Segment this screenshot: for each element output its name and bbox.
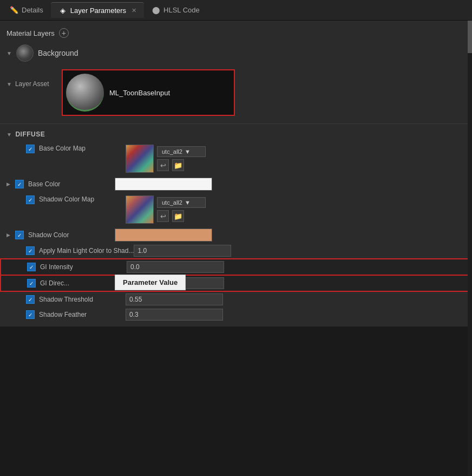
diffuse-header: ▼ DIFFUSE — [0, 127, 472, 141]
apply-main-light-controls: 1.0 — [134, 245, 466, 257]
pencil-icon: ✏️ — [10, 6, 18, 15]
checkbox-gi-direction[interactable]: ✓ — [27, 279, 36, 288]
base-color-swatch[interactable] — [115, 178, 212, 191]
param-row-base-color: ▶ ✓ Base Color — [0, 176, 472, 192]
shadow-threshold-label: Shadow Threshold — [39, 296, 126, 303]
gi-intensity-controls: 0.0 — [127, 261, 464, 273]
checkbox-shadow-color[interactable]: ✓ — [15, 231, 24, 239]
background-label: Background — [38, 49, 78, 57]
scrollbar[interactable] — [468, 21, 472, 475]
shadow-color-map-icon-row: ↩ 📁 — [157, 210, 206, 222]
param-row-base-color-map: ✓ Base Color Map utc_all2 ▼ ↩ 📁 — [0, 141, 472, 176]
shadow-feather-controls: 0.3 — [126, 309, 466, 321]
checkbox-shadow-color-map[interactable]: ✓ — [26, 195, 35, 204]
checkbox-shadow-feather[interactable]: ✓ — [26, 310, 35, 319]
tab-close-icon[interactable]: ✕ — [132, 7, 136, 14]
asset-name: ML_ToonBaseInput — [109, 89, 170, 97]
base-color-map-tex-controls: utc_all2 ▼ ↩ 📁 — [157, 146, 206, 171]
tab-layer-params-label: Layer Parameters — [70, 6, 126, 15]
parameter-value-tooltip: Parameter Value — [115, 275, 186, 290]
tab-details-label: Details — [22, 6, 43, 14]
main-content: Material Layers + ▼ Background ▼ Layer A… — [0, 21, 472, 327]
checkbox-base-color-map[interactable]: ✓ — [26, 145, 35, 153]
base-color-controls — [115, 178, 466, 191]
shadow-feather-label: Shadow Feather — [39, 311, 126, 318]
scrollbar-thumb[interactable] — [468, 21, 472, 53]
param-row-shadow-color: ▶ ✓ Shadow Color — [0, 227, 472, 243]
base-color-label: Base Color — [28, 180, 115, 188]
asset-box[interactable]: ML_ToonBaseInput — [62, 69, 235, 116]
sphere-icon: ⬤ — [152, 6, 160, 15]
gi-intensity-value[interactable]: 0.0 — [127, 261, 224, 273]
param-row-gi-direction: ✓ GI Direc... 0.5 — [0, 276, 472, 292]
base-color-arrow[interactable]: ▶ — [6, 181, 13, 187]
gi-direction-label: GI Direc... — [40, 279, 127, 287]
material-layers-title: Material Layers — [6, 29, 55, 37]
base-color-map-reset-icon[interactable]: ↩ — [157, 159, 169, 171]
layer-asset-label: ▼ Layer Asset — [6, 69, 55, 88]
tab-hlsl-code[interactable]: ⬤ HLSL Code — [144, 3, 207, 18]
shadow-color-label: Shadow Color — [28, 231, 115, 239]
tab-details[interactable]: ✏️ Details — [2, 3, 51, 18]
add-layer-button[interactable]: + — [59, 28, 69, 38]
shadow-threshold-controls: 0.55 — [126, 294, 466, 305]
shadow-color-arrow[interactable]: ▶ — [6, 232, 13, 238]
shadow-color-map-thumbnail[interactable] — [126, 195, 154, 224]
param-row-shadow-threshold: ✓ Shadow Threshold 0.55 — [0, 292, 472, 307]
checkbox-apply-main-light[interactable]: ✓ — [26, 246, 35, 255]
param-row-gi-intensity: ✓ GI Intensity 0.0 Parameter Value — [0, 258, 472, 276]
collapse-icon[interactable]: ▼ — [6, 50, 12, 56]
gi-intensity-label: GI Intensity — [40, 263, 127, 271]
apply-main-light-label: Apply Main Light Color to Shad... — [39, 247, 134, 255]
checkbox-gi-intensity[interactable]: ✓ — [27, 263, 36, 271]
apply-main-light-value[interactable]: 1.0 — [134, 245, 231, 257]
shadow-color-swatch[interactable] — [115, 229, 212, 242]
checkbox-base-color[interactable]: ✓ — [15, 180, 24, 188]
shadow-color-map-dropdown[interactable]: utc_all2 ▼ — [157, 197, 206, 208]
shadow-feather-value[interactable]: 0.3 — [126, 309, 223, 321]
divider-1 — [0, 123, 472, 124]
shadow-color-map-label: Shadow Color Map — [39, 195, 126, 203]
base-color-map-folder-icon[interactable]: 📁 — [172, 159, 184, 171]
shadow-color-controls — [115, 229, 466, 242]
layer-asset-collapse-icon[interactable]: ▼ — [6, 81, 12, 87]
background-row[interactable]: ▼ Background — [0, 41, 472, 65]
shadow-color-map-reset-icon[interactable]: ↩ — [157, 210, 169, 222]
shadow-color-map-controls: utc_all2 ▼ ↩ 📁 — [126, 195, 466, 224]
tab-hlsl-label: HLSL Code — [163, 6, 200, 14]
param-row-apply-main-light: ✓ Apply Main Light Color to Shad... 1.0 — [0, 243, 472, 258]
diffuse-collapse-icon[interactable]: ▼ — [6, 132, 12, 138]
diffuse-label: DIFFUSE — [15, 131, 45, 138]
asset-sphere-preview — [66, 74, 104, 112]
tab-bar: ✏️ Details ◈ Layer Parameters ✕ ⬤ HLSL C… — [0, 0, 472, 21]
base-color-map-label: Base Color Map — [39, 145, 126, 152]
shadow-threshold-value[interactable]: 0.55 — [126, 294, 223, 305]
param-row-shadow-feather: ✓ Shadow Feather 0.3 — [0, 307, 472, 322]
base-color-map-thumbnail[interactable] — [126, 145, 154, 173]
param-row-shadow-color-map: ✓ Shadow Color Map utc_all2 ▼ ↩ 📁 — [0, 192, 472, 227]
base-color-map-icon-row: ↩ 📁 — [157, 159, 206, 171]
checkbox-shadow-threshold[interactable]: ✓ — [26, 295, 35, 304]
shadow-color-map-tex-controls: utc_all2 ▼ ↩ 📁 — [157, 197, 206, 222]
background-thumbnail — [16, 44, 34, 62]
tab-layer-params[interactable]: ◈ Layer Parameters ✕ — [51, 2, 144, 18]
base-color-map-dropdown[interactable]: utc_all2 ▼ — [157, 146, 206, 157]
layer-asset-section: ▼ Layer Asset ML_ToonBaseInput — [0, 65, 472, 120]
material-layers-header: Material Layers + — [0, 25, 472, 41]
layers-icon: ◈ — [58, 6, 67, 15]
shadow-color-map-folder-icon[interactable]: 📁 — [172, 210, 184, 222]
base-color-map-controls: utc_all2 ▼ ↩ 📁 — [126, 145, 466, 173]
